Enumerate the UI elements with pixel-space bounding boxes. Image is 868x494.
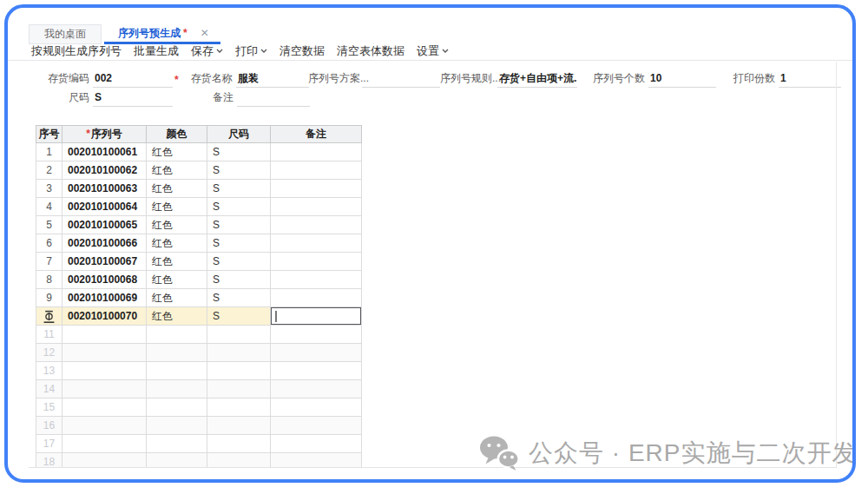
cell-note[interactable] (271, 161, 362, 180)
cell-note[interactable] (271, 326, 362, 344)
cell-note[interactable] (271, 289, 362, 307)
row-index[interactable]: 4 (36, 198, 62, 216)
cell-note[interactable] (271, 398, 362, 417)
cell-size[interactable] (207, 398, 271, 417)
row-index[interactable]: 13 (36, 362, 62, 380)
cell-color[interactable] (147, 435, 207, 453)
cell-size[interactable]: S (207, 180, 271, 198)
row-index[interactable]: 3 (36, 180, 62, 198)
cell-size[interactable] (207, 435, 271, 453)
cell-note[interactable] (271, 253, 362, 271)
cell-serial[interactable] (62, 453, 147, 468)
cell-serial[interactable]: 002010100065 (62, 216, 147, 234)
row-index[interactable]: 15 (36, 398, 62, 417)
print-button[interactable]: 打印 (235, 43, 267, 59)
cell-size[interactable] (207, 362, 271, 380)
row-index[interactable]: 6 (36, 234, 62, 253)
cell-serial[interactable] (62, 326, 147, 344)
row-index[interactable]: 16 (36, 417, 62, 435)
cell-color[interactable] (147, 380, 207, 398)
batch-generate-button[interactable]: 批量生成 (134, 43, 179, 59)
serial-count-input[interactable]: 10 (648, 70, 716, 88)
cell-note[interactable] (271, 307, 362, 326)
cell-note[interactable] (271, 380, 362, 398)
cell-size[interactable]: S (207, 289, 271, 307)
generate-by-rule-button[interactable]: 按规则生成序列号 (31, 43, 122, 59)
cell-serial[interactable]: 002010100064 (62, 198, 147, 216)
cell-color[interactable]: 红色 (147, 234, 207, 253)
cell-serial[interactable]: 002010100062 (62, 161, 147, 180)
row-index[interactable]: 11 (36, 326, 62, 344)
cell-size[interactable]: S (207, 271, 271, 289)
row-index[interactable]: 17 (36, 435, 62, 453)
editing-row-indicator[interactable] (36, 307, 62, 326)
cell-note[interactable] (271, 453, 362, 468)
cell-color[interactable] (147, 326, 207, 344)
cell-size[interactable] (207, 380, 271, 398)
row-index[interactable]: 5 (36, 216, 62, 234)
cell-serial[interactable]: 002010100061 (62, 143, 147, 161)
cell-serial[interactable] (62, 344, 147, 362)
close-icon[interactable]: ✕ (201, 27, 209, 39)
size-input[interactable]: S (93, 89, 173, 107)
cell-color[interactable] (147, 417, 207, 435)
cell-serial[interactable] (62, 380, 147, 398)
cell-note[interactable] (271, 216, 362, 234)
print-copies-input[interactable]: 1 (779, 70, 841, 88)
cell-color[interactable]: 红色 (147, 271, 207, 289)
settings-button[interactable]: 设置 (417, 43, 449, 59)
cell-serial[interactable]: 002010100067 (62, 253, 147, 271)
cell-serial[interactable] (62, 398, 147, 417)
row-index[interactable]: 12 (36, 344, 62, 362)
row-index[interactable]: 18 (36, 453, 62, 468)
cell-color[interactable] (147, 453, 207, 468)
inventory-name-input[interactable]: 服装 (236, 70, 309, 88)
cell-serial[interactable] (62, 362, 147, 380)
row-index[interactable]: 9 (36, 289, 62, 307)
cell-note[interactable] (271, 435, 362, 453)
row-index[interactable]: 2 (36, 161, 62, 180)
cell-size[interactable]: S (207, 234, 271, 253)
cell-size[interactable]: S (207, 198, 271, 216)
cell-size[interactable] (207, 453, 271, 468)
cell-serial[interactable]: 002010100063 (62, 180, 147, 198)
row-index[interactable]: 14 (36, 380, 62, 398)
cell-serial[interactable] (62, 417, 147, 435)
cell-note[interactable] (271, 180, 362, 198)
cell-color[interactable]: 红色 (147, 216, 207, 234)
inventory-code-input[interactable]: 002 (93, 70, 173, 88)
cell-size[interactable] (207, 344, 271, 362)
row-index[interactable]: 8 (36, 271, 62, 289)
cell-color[interactable]: 红色 (147, 289, 207, 307)
cell-color[interactable]: 红色 (147, 253, 207, 271)
serial-scheme-input[interactable] (362, 70, 440, 88)
cell-color[interactable]: 红色 (147, 161, 207, 180)
cell-serial[interactable]: 002010100068 (62, 271, 147, 289)
clear-body-data-button[interactable]: 清空表体数据 (337, 43, 404, 59)
cell-size[interactable]: S (207, 161, 271, 180)
cell-color[interactable]: 红色 (147, 180, 207, 198)
serial-rule-input[interactable]: 存货+自由项+流... (497, 70, 577, 88)
cell-note[interactable] (271, 417, 362, 435)
cell-serial[interactable]: 002010100070 (62, 307, 147, 326)
cell-serial[interactable] (62, 435, 147, 453)
row-index[interactable]: 1 (36, 143, 62, 161)
cell-size[interactable]: S (207, 253, 271, 271)
cell-note[interactable] (271, 234, 362, 253)
cell-serial[interactable]: 002010100069 (62, 289, 147, 307)
cell-size[interactable] (207, 326, 271, 344)
cell-size[interactable]: S (207, 307, 271, 326)
cell-color[interactable] (147, 362, 207, 380)
note-edit-input[interactable] (271, 307, 362, 326)
cell-note[interactable] (271, 198, 362, 216)
cell-note[interactable] (271, 143, 362, 161)
remark-input[interactable] (237, 89, 310, 107)
cell-size[interactable]: S (207, 216, 271, 234)
clear-data-button[interactable]: 清空数据 (279, 43, 325, 59)
cell-color[interactable]: 红色 (147, 143, 207, 161)
row-index[interactable]: 7 (36, 253, 62, 271)
cell-color[interactable] (147, 344, 207, 362)
save-button[interactable]: 保存 (191, 43, 223, 59)
cell-note[interactable] (271, 362, 362, 380)
cell-color[interactable]: 红色 (147, 307, 207, 326)
